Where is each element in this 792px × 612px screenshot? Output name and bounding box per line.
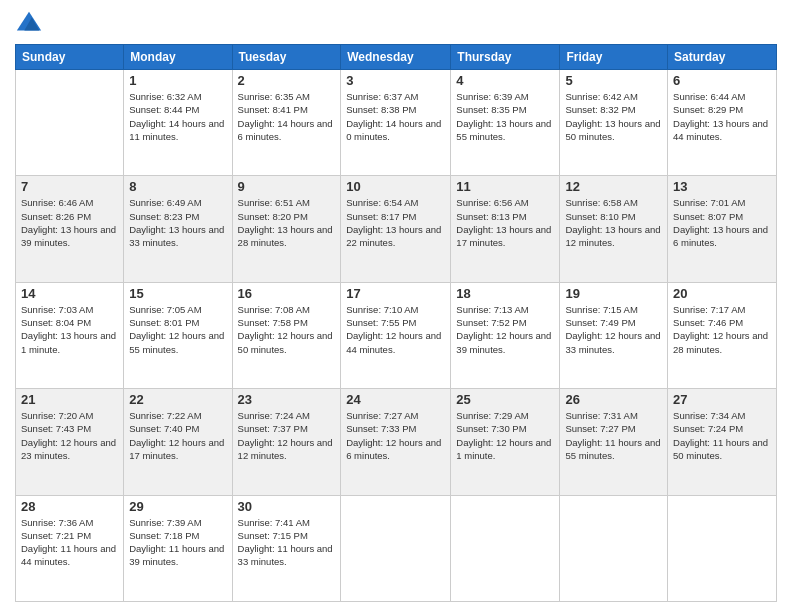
day-info: Sunrise: 6:51 AMSunset: 8:20 PMDaylight:… [238, 196, 336, 249]
calendar-cell: 13Sunrise: 7:01 AMSunset: 8:07 PMDayligh… [668, 176, 777, 282]
day-info: Sunrise: 6:42 AMSunset: 8:32 PMDaylight:… [565, 90, 662, 143]
calendar: SundayMondayTuesdayWednesdayThursdayFrid… [15, 44, 777, 602]
day-info: Sunrise: 7:27 AMSunset: 7:33 PMDaylight:… [346, 409, 445, 462]
calendar-cell [341, 495, 451, 601]
calendar-cell: 26Sunrise: 7:31 AMSunset: 7:27 PMDayligh… [560, 389, 668, 495]
day-info: Sunrise: 6:49 AMSunset: 8:23 PMDaylight:… [129, 196, 226, 249]
day-number: 29 [129, 499, 226, 514]
day-number: 12 [565, 179, 662, 194]
calendar-week-row: 1Sunrise: 6:32 AMSunset: 8:44 PMDaylight… [16, 70, 777, 176]
day-info: Sunrise: 7:24 AMSunset: 7:37 PMDaylight:… [238, 409, 336, 462]
calendar-cell [560, 495, 668, 601]
day-info: Sunrise: 7:03 AMSunset: 8:04 PMDaylight:… [21, 303, 118, 356]
calendar-cell: 7Sunrise: 6:46 AMSunset: 8:26 PMDaylight… [16, 176, 124, 282]
calendar-cell: 27Sunrise: 7:34 AMSunset: 7:24 PMDayligh… [668, 389, 777, 495]
day-number: 11 [456, 179, 554, 194]
day-info: Sunrise: 7:31 AMSunset: 7:27 PMDaylight:… [565, 409, 662, 462]
day-info: Sunrise: 7:13 AMSunset: 7:52 PMDaylight:… [456, 303, 554, 356]
day-info: Sunrise: 6:44 AMSunset: 8:29 PMDaylight:… [673, 90, 771, 143]
weekday-header: Wednesday [341, 45, 451, 70]
day-info: Sunrise: 7:15 AMSunset: 7:49 PMDaylight:… [565, 303, 662, 356]
calendar-cell: 24Sunrise: 7:27 AMSunset: 7:33 PMDayligh… [341, 389, 451, 495]
weekday-header: Tuesday [232, 45, 341, 70]
calendar-cell [668, 495, 777, 601]
calendar-cell [451, 495, 560, 601]
day-number: 26 [565, 392, 662, 407]
day-number: 8 [129, 179, 226, 194]
calendar-week-row: 21Sunrise: 7:20 AMSunset: 7:43 PMDayligh… [16, 389, 777, 495]
day-info: Sunrise: 6:37 AMSunset: 8:38 PMDaylight:… [346, 90, 445, 143]
day-info: Sunrise: 7:41 AMSunset: 7:15 PMDaylight:… [238, 516, 336, 569]
day-number: 22 [129, 392, 226, 407]
day-number: 18 [456, 286, 554, 301]
calendar-week-row: 14Sunrise: 7:03 AMSunset: 8:04 PMDayligh… [16, 282, 777, 388]
calendar-cell: 11Sunrise: 6:56 AMSunset: 8:13 PMDayligh… [451, 176, 560, 282]
calendar-cell: 8Sunrise: 6:49 AMSunset: 8:23 PMDaylight… [124, 176, 232, 282]
calendar-cell: 17Sunrise: 7:10 AMSunset: 7:55 PMDayligh… [341, 282, 451, 388]
day-number: 23 [238, 392, 336, 407]
calendar-cell: 6Sunrise: 6:44 AMSunset: 8:29 PMDaylight… [668, 70, 777, 176]
day-number: 27 [673, 392, 771, 407]
day-info: Sunrise: 7:10 AMSunset: 7:55 PMDaylight:… [346, 303, 445, 356]
day-info: Sunrise: 7:34 AMSunset: 7:24 PMDaylight:… [673, 409, 771, 462]
weekday-header-row: SundayMondayTuesdayWednesdayThursdayFrid… [16, 45, 777, 70]
day-info: Sunrise: 6:54 AMSunset: 8:17 PMDaylight:… [346, 196, 445, 249]
calendar-cell: 1Sunrise: 6:32 AMSunset: 8:44 PMDaylight… [124, 70, 232, 176]
day-number: 2 [238, 73, 336, 88]
day-number: 14 [21, 286, 118, 301]
day-info: Sunrise: 6:56 AMSunset: 8:13 PMDaylight:… [456, 196, 554, 249]
day-info: Sunrise: 7:08 AMSunset: 7:58 PMDaylight:… [238, 303, 336, 356]
weekday-header: Monday [124, 45, 232, 70]
day-info: Sunrise: 7:39 AMSunset: 7:18 PMDaylight:… [129, 516, 226, 569]
day-info: Sunrise: 7:01 AMSunset: 8:07 PMDaylight:… [673, 196, 771, 249]
weekday-header: Saturday [668, 45, 777, 70]
day-info: Sunrise: 7:05 AMSunset: 8:01 PMDaylight:… [129, 303, 226, 356]
weekday-header: Thursday [451, 45, 560, 70]
calendar-week-row: 28Sunrise: 7:36 AMSunset: 7:21 PMDayligh… [16, 495, 777, 601]
calendar-cell: 4Sunrise: 6:39 AMSunset: 8:35 PMDaylight… [451, 70, 560, 176]
day-info: Sunrise: 6:39 AMSunset: 8:35 PMDaylight:… [456, 90, 554, 143]
calendar-cell: 14Sunrise: 7:03 AMSunset: 8:04 PMDayligh… [16, 282, 124, 388]
day-info: Sunrise: 6:46 AMSunset: 8:26 PMDaylight:… [21, 196, 118, 249]
day-number: 15 [129, 286, 226, 301]
day-number: 7 [21, 179, 118, 194]
calendar-cell: 10Sunrise: 6:54 AMSunset: 8:17 PMDayligh… [341, 176, 451, 282]
logo-icon [15, 10, 43, 38]
day-number: 21 [21, 392, 118, 407]
calendar-week-row: 7Sunrise: 6:46 AMSunset: 8:26 PMDaylight… [16, 176, 777, 282]
page: SundayMondayTuesdayWednesdayThursdayFrid… [0, 0, 792, 612]
day-number: 1 [129, 73, 226, 88]
weekday-header: Sunday [16, 45, 124, 70]
calendar-cell: 20Sunrise: 7:17 AMSunset: 7:46 PMDayligh… [668, 282, 777, 388]
weekday-header: Friday [560, 45, 668, 70]
day-info: Sunrise: 6:32 AMSunset: 8:44 PMDaylight:… [129, 90, 226, 143]
calendar-cell: 3Sunrise: 6:37 AMSunset: 8:38 PMDaylight… [341, 70, 451, 176]
day-number: 9 [238, 179, 336, 194]
day-number: 10 [346, 179, 445, 194]
day-number: 4 [456, 73, 554, 88]
day-number: 19 [565, 286, 662, 301]
day-info: Sunrise: 7:29 AMSunset: 7:30 PMDaylight:… [456, 409, 554, 462]
calendar-cell: 15Sunrise: 7:05 AMSunset: 8:01 PMDayligh… [124, 282, 232, 388]
day-number: 28 [21, 499, 118, 514]
day-info: Sunrise: 7:22 AMSunset: 7:40 PMDaylight:… [129, 409, 226, 462]
day-number: 3 [346, 73, 445, 88]
calendar-cell: 2Sunrise: 6:35 AMSunset: 8:41 PMDaylight… [232, 70, 341, 176]
calendar-cell: 18Sunrise: 7:13 AMSunset: 7:52 PMDayligh… [451, 282, 560, 388]
day-number: 6 [673, 73, 771, 88]
day-info: Sunrise: 7:20 AMSunset: 7:43 PMDaylight:… [21, 409, 118, 462]
day-info: Sunrise: 7:17 AMSunset: 7:46 PMDaylight:… [673, 303, 771, 356]
calendar-cell: 12Sunrise: 6:58 AMSunset: 8:10 PMDayligh… [560, 176, 668, 282]
calendar-cell: 30Sunrise: 7:41 AMSunset: 7:15 PMDayligh… [232, 495, 341, 601]
day-number: 13 [673, 179, 771, 194]
calendar-cell: 28Sunrise: 7:36 AMSunset: 7:21 PMDayligh… [16, 495, 124, 601]
day-number: 20 [673, 286, 771, 301]
day-number: 30 [238, 499, 336, 514]
day-number: 24 [346, 392, 445, 407]
day-number: 16 [238, 286, 336, 301]
day-number: 17 [346, 286, 445, 301]
calendar-cell: 9Sunrise: 6:51 AMSunset: 8:20 PMDaylight… [232, 176, 341, 282]
logo [15, 10, 47, 38]
calendar-cell: 25Sunrise: 7:29 AMSunset: 7:30 PMDayligh… [451, 389, 560, 495]
day-number: 25 [456, 392, 554, 407]
